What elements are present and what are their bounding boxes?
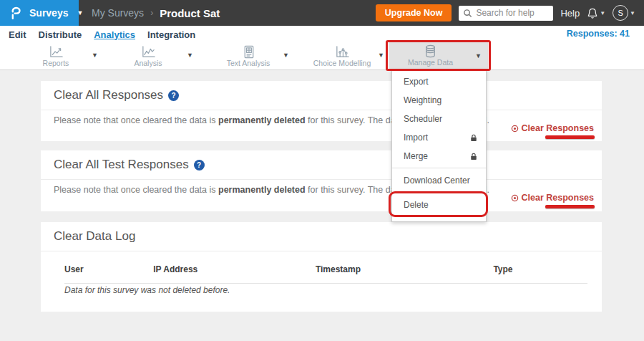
database-icon <box>422 44 439 59</box>
manage-data-dropdown-caret[interactable]: ▼ <box>475 52 482 59</box>
trend-chart-icon <box>140 44 157 59</box>
menu-item-export[interactable]: Export <box>392 72 486 91</box>
search-icon <box>463 9 472 18</box>
topbar-right-controls: Upgrade Now Help ▼ S ▼ <box>376 0 635 26</box>
chevron-down-icon: ▼ <box>630 10 635 16</box>
toolbar-choice-modelling[interactable]: Choice Modelling <box>306 44 378 67</box>
help-search <box>459 6 553 21</box>
choice-chart-icon <box>334 44 351 59</box>
reports-dropdown-caret[interactable]: ▼ <box>92 52 98 59</box>
choice-modelling-dropdown-caret[interactable]: ▼ <box>378 52 384 59</box>
empty-log-message: Data for this survey was not deleted bef… <box>64 285 230 295</box>
tab-edit[interactable]: Edit <box>9 29 26 40</box>
menu-item-merge[interactable]: Merge <box>392 147 486 165</box>
bell-icon <box>587 7 598 19</box>
clear-responses-link[interactable]: Clear Responses <box>511 123 594 133</box>
text-analysis-dropdown-caret[interactable]: ▼ <box>283 52 289 59</box>
clear-data-log-title: Clear Data Log <box>54 229 135 244</box>
tab-distribute[interactable]: Distribute <box>39 29 82 40</box>
breadcrumb: My Surveys › Product Sat <box>92 0 220 26</box>
menu-divider <box>392 168 486 168</box>
surveys-product-switcher[interactable]: Surveys ▼ <box>0 0 79 26</box>
help-question-icon[interactable]: ? <box>194 160 205 170</box>
divider <box>41 110 602 110</box>
breadcrumb-my-surveys[interactable]: My Surveys <box>92 7 144 19</box>
breadcrumb-current-survey: Product Sat <box>160 7 220 19</box>
column-ip-address: IP Address <box>153 259 316 284</box>
manage-data-stack: Manage Data <box>389 44 472 67</box>
questionpro-logo-icon <box>10 6 22 21</box>
toolbar-reports[interactable]: Reports <box>27 44 84 67</box>
tab-analytics[interactable]: Analytics <box>94 29 135 40</box>
account-menu[interactable]: S ▼ <box>613 5 635 21</box>
clear-data-log-card: Clear Data Log User IP Address Timestamp… <box>41 222 602 312</box>
menu-item-weighting[interactable]: Weighting <box>392 91 486 110</box>
breadcrumb-separator: › <box>150 8 153 18</box>
search-input[interactable] <box>459 6 553 21</box>
clear-test-responses-title: Clear All Test Responses ? <box>54 158 205 172</box>
column-type: Type <box>493 259 587 284</box>
menu-item-delete[interactable]: Delete <box>392 196 486 214</box>
clear-all-responses-title: Clear All Responses ? <box>54 88 179 102</box>
menu-item-import[interactable]: Import <box>392 128 486 147</box>
column-timestamp: Timestamp <box>316 259 494 284</box>
analytics-toolbar: Reports ▼ Analysis ▼ Text Analysis ▼ <box>0 43 644 70</box>
clear-test-responses-card: Clear All Test Responses ? Please note t… <box>41 150 602 211</box>
survey-section-nav: Edit Distribute Analytics Integration Re… <box>0 26 644 44</box>
target-circle-icon <box>511 125 519 133</box>
divider <box>41 179 602 180</box>
responses-count: Responses: 41 <box>567 29 630 39</box>
toolbar-manage-data[interactable]: Manage Data ▼ <box>389 42 488 69</box>
toolbar-analysis[interactable]: Analysis <box>119 44 177 67</box>
manage-data-menu: Export Weighting Scheduler Import Merge … <box>391 69 487 222</box>
help-question-icon[interactable]: ? <box>168 90 179 101</box>
upgrade-now-button[interactable]: Upgrade Now <box>376 4 452 21</box>
line-chart-icon <box>48 44 64 59</box>
menu-item-scheduler[interactable]: Scheduler <box>392 110 486 128</box>
target-circle-icon <box>511 194 519 202</box>
clear-test-responses-link[interactable]: Clear Responses <box>511 193 594 203</box>
analysis-dropdown-caret[interactable]: ▼ <box>187 52 193 59</box>
text-document-icon <box>240 44 257 59</box>
help-link[interactable]: Help <box>560 8 580 19</box>
column-user: User <box>64 259 153 284</box>
app-label: Surveys <box>29 7 68 19</box>
clear-all-responses-card: Clear All Responses ? Please note that o… <box>41 81 602 141</box>
toolbar-text-analysis[interactable]: Text Analysis <box>216 44 280 67</box>
lock-icon <box>470 134 477 142</box>
data-log-table: User IP Address Timestamp Type <box>64 259 587 284</box>
divider <box>41 251 602 251</box>
menu-item-download-center[interactable]: Download Center <box>392 171 486 190</box>
chevron-down-icon: ▼ <box>600 10 605 16</box>
tab-integration[interactable]: Integration <box>147 29 195 40</box>
chevron-down-icon: ▼ <box>77 9 83 16</box>
top-bar: Surveys ▼ My Surveys › Product Sat Upgra… <box>0 0 644 26</box>
avatar: S <box>613 5 628 21</box>
notifications-menu[interactable]: ▼ <box>587 7 605 19</box>
table-header-row: User IP Address Timestamp Type <box>64 259 587 284</box>
lock-icon <box>470 153 477 160</box>
